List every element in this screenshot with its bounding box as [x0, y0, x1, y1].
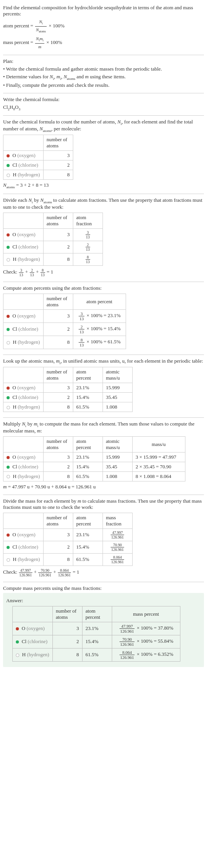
- mf-title-a: Divide the mass for each element by: [3, 498, 77, 504]
- mc-title-b: by: [26, 421, 34, 427]
- element-name: (oxygen): [17, 152, 35, 158]
- mass-fraction-title: Divide the mass for each element by m to…: [3, 498, 204, 510]
- check-frac-den: 13: [30, 273, 34, 277]
- frac-num-sub2: i: [43, 39, 44, 42]
- frac-den-sym: m: [38, 44, 41, 49]
- element-name: (chlorine): [19, 394, 38, 400]
- table-row: H (hydrogen) 8 61.5% 1.008 8 × 1.008 = 8…: [3, 471, 185, 481]
- atom-count-cell: 2: [43, 541, 73, 553]
- cf-part2: H: [10, 104, 13, 110]
- table-row: Cl (chlorine) 2 15.4% 70.90126.961 × 100…: [13, 635, 180, 648]
- table-row: O (oxygen) 3 23.1% 47.997126.961 × 100% …: [13, 622, 180, 635]
- atom-count-cell: 8: [43, 471, 73, 481]
- element-name: (chlorine): [19, 464, 38, 469]
- table-row: O (oxygen) 3 313: [3, 228, 103, 241]
- element-symbol: O: [12, 385, 16, 390]
- table-row: Cl (chlorine) 2 15.4% 35.45: [3, 393, 133, 402]
- element-name: (hydrogen): [18, 256, 40, 262]
- atom-count-cell: 3: [43, 383, 73, 393]
- atom-percent-cell: 15.4%: [82, 635, 112, 648]
- atom-count-cell: 8: [43, 553, 73, 566]
- check-frac-num: 3: [19, 268, 24, 273]
- table-row: O (oxygen) 3 313 × 100% = 23.1%: [3, 309, 126, 323]
- table-row: H (hydrogen) 8 61.5% 8.064126.961 × 100%…: [13, 648, 180, 661]
- atom-count-cell: 8: [52, 648, 82, 661]
- count-title-c: , per molecule:: [51, 126, 81, 132]
- element-symbol: Cl: [12, 544, 17, 550]
- count-atoms-table: number of atoms O (oxygen) 3 Cl (chlorin…: [3, 135, 73, 180]
- mass-percent-cell: 47.997126.961 × 100% = 37.80%: [112, 622, 180, 635]
- element-dot-icon: [7, 456, 10, 459]
- table-row: O (oxygen) 3 23.1% 15.999 3 × 15.999 = 4…: [3, 452, 185, 462]
- element-symbol: O: [12, 231, 16, 237]
- count-sum: Natoms = 3 + 2 + 8 = 13: [3, 182, 204, 189]
- element-dot-icon: [7, 558, 10, 562]
- element-dot-icon: [7, 475, 10, 478]
- element-dot-icon: [16, 640, 19, 643]
- mass-fraction-cell: 47.997126.961: [103, 529, 132, 541]
- atom-percent-cell: 15.4%: [73, 393, 103, 402]
- table-row: Cl (chlorine) 2 213: [3, 241, 103, 253]
- atom-percent-cell: 15.4%: [73, 541, 103, 553]
- table-header-row: number of atoms: [3, 135, 73, 151]
- col-number-of-atoms: number of atoms: [43, 367, 73, 383]
- check-label: Check:: [3, 569, 19, 575]
- atom-percent-section: Compute atom percents using the atom fra…: [3, 285, 204, 355]
- element-symbol: Cl: [12, 394, 17, 400]
- mc-title-d: :: [40, 428, 42, 434]
- mass-sum-text: = 47.997 u + 70.90 u + 8.064 u = 126.961…: [7, 484, 96, 490]
- atom-count-cell: 3: [52, 622, 82, 635]
- element-dot-icon: [7, 154, 10, 157]
- element-symbol: Cl: [12, 244, 17, 250]
- col-number-of-atoms: number of atoms: [43, 436, 73, 452]
- table-row: H (hydrogen) 8 61.5% 8.064126.961: [3, 553, 133, 566]
- plan-bullet-2-texta: Determine values for: [6, 74, 50, 79]
- table-row: O (oxygen) 3 23.1% 47.997126.961: [3, 529, 133, 541]
- col-mass-fraction: mass fraction: [103, 513, 132, 529]
- atom-fraction-cell: 813: [73, 253, 103, 265]
- element-name: (oxygen): [27, 625, 45, 631]
- atom-count-cell: 8: [43, 253, 73, 265]
- element-name: (hydrogen): [18, 404, 40, 410]
- atomic-mass-table: number of atoms atom percent atomic mass…: [3, 367, 133, 412]
- atom-percent-cell: 23.1%: [73, 529, 103, 541]
- atom-percent-cell: 61.5%: [82, 648, 112, 661]
- table-header-row: number of atoms atom percent mass fracti…: [3, 513, 133, 529]
- count-tbody: O (oxygen) 3 Cl (chlorine) 2 H (hydrogen…: [3, 151, 73, 180]
- atomic-mass-title: Look up the atomic mass, mi, in unified …: [3, 358, 204, 365]
- element-dot-icon: [7, 341, 10, 344]
- frac-num-sym: N: [39, 19, 42, 24]
- atom-percent-cell: 61.5%: [73, 471, 103, 481]
- atom-count-cell: 3: [43, 151, 73, 160]
- am-title-b: , in unified atomic mass units, u, for e…: [61, 358, 203, 364]
- table-header-row: number of atoms atom percent atomic mass…: [3, 436, 185, 452]
- mass-fraction-section: Divide the mass for each element by m to…: [3, 498, 204, 582]
- col-number-of-atoms: number of atoms: [52, 606, 82, 622]
- chemical-formula-value: Cl2H8O3: [3, 104, 204, 111]
- col-atom-fraction: atom fraction: [73, 213, 103, 228]
- element-name: (oxygen): [17, 385, 35, 390]
- atom-fraction-cell: 313: [73, 228, 103, 241]
- atom-percent-cell: 15.4%: [73, 462, 103, 471]
- element-symbol: H: [13, 473, 16, 479]
- mass-calc-section: Multiply Ni by mi to compute the mass fo…: [3, 421, 204, 495]
- element-dot-icon: [7, 396, 10, 399]
- check-eq: = 1: [47, 269, 53, 275]
- table-row: Cl (chlorine) 2 213 × 100% = 15.4%: [3, 323, 126, 336]
- check-frac-den: 13: [40, 273, 45, 277]
- plan-bullet-1-text: Write the chemical formula and gather at…: [6, 66, 162, 72]
- answer-label: Answer:: [6, 598, 201, 604]
- mass-percent-section: Compute mass percents using the mass fra…: [3, 585, 204, 667]
- col-atom-percent: atom percent: [73, 367, 103, 383]
- element-name: (oxygen): [17, 231, 35, 237]
- atomicmass-tbody: O (oxygen) 3 23.1% 15.999 Cl (chlorine) …: [3, 383, 133, 412]
- mass-fraction-cell: 70.90126.961: [103, 541, 132, 553]
- element-dot-icon: [7, 387, 10, 390]
- atom-fraction-table: number of atoms atom fraction O (oxygen)…: [3, 213, 103, 266]
- af-title-b: by: [33, 197, 40, 203]
- atom-count-cell: 2: [43, 462, 73, 471]
- col-number-of-atoms: number of atoms: [43, 135, 73, 151]
- element-name: (chlorine): [19, 244, 38, 250]
- atom-fraction-cell: 213: [73, 241, 103, 253]
- col-atom-percent: atom percent: [73, 436, 103, 452]
